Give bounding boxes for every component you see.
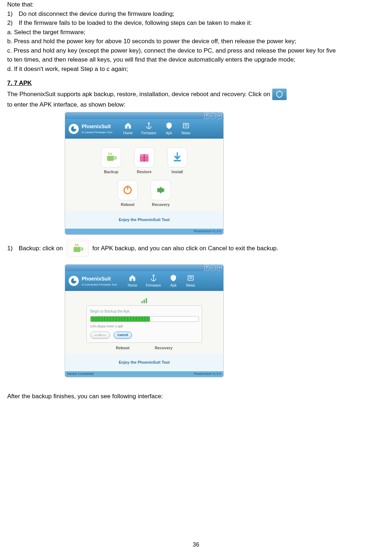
minimize-icon[interactable]: –	[211, 113, 216, 119]
note-item-1: Do not disconnect the device during the …	[19, 9, 174, 19]
nav-news[interactable]: News	[186, 274, 195, 288]
backup-cup-icon	[67, 240, 89, 257]
close-icon[interactable]: ×	[217, 265, 222, 271]
apk-main-screenshot: ? – × PhoenixSuit A Careful Firmware Too…	[65, 112, 224, 235]
svg-point-0	[148, 123, 150, 124]
nav-apk[interactable]: Apk	[169, 274, 177, 288]
enjoy-banner: Enjoy the PhoenixSuit Tool	[65, 354, 223, 371]
app-subtitle: A Connected Firmware Tool	[82, 283, 117, 287]
news-icon	[187, 274, 195, 282]
svg-point-7	[153, 275, 154, 276]
signal-icon	[141, 298, 147, 303]
note-intro: Note that:	[7, 0, 385, 9]
download-icon	[167, 147, 187, 167]
svg-rect-4	[144, 154, 145, 162]
reboot-button[interactable]: Reboot	[118, 180, 138, 208]
backup-line-before: Backup: click on	[19, 244, 63, 253]
app-logo	[69, 276, 79, 286]
progress-filename: com.skype.rover-1.apk	[90, 324, 198, 329]
shield-icon	[165, 122, 173, 130]
recovery-label: Recovery	[152, 202, 170, 208]
reboot-label: Reboot	[121, 202, 135, 208]
progress-title: Begin to Backup the Apk.	[90, 309, 198, 314]
recovery-label[interactable]: Recovery	[155, 345, 173, 351]
news-icon	[182, 122, 190, 130]
note-step-a: a. Select the target firmware;	[7, 28, 385, 37]
enjoy-banner: Enjoy the PhoenixSuit Tool	[65, 211, 223, 229]
anchor-icon	[150, 274, 158, 282]
recovery-button[interactable]: Recovery	[151, 180, 171, 208]
nav-home[interactable]: Home	[123, 122, 133, 136]
nav-news-label: News	[182, 130, 191, 136]
backup-label: Backup	[104, 169, 118, 175]
nav-firmware-label: Firmware	[146, 283, 161, 288]
app-logo	[69, 124, 79, 134]
restore-label: Restore	[137, 169, 152, 175]
nav-apk-label: Apk	[166, 130, 172, 136]
note-step-c: c. Press and hold any key (except the po…	[7, 46, 342, 64]
progress-bar	[90, 316, 199, 322]
reboot-label[interactable]: Reboot	[116, 345, 129, 351]
gift-icon	[134, 147, 154, 167]
status-label: Device Connected	[67, 372, 94, 377]
app-subtitle: A Careful Firmware Tool	[82, 130, 112, 135]
home-icon	[124, 122, 132, 130]
section-text-after: to enter the APK interface, as shown bel…	[7, 100, 126, 109]
backup-progress-panel: Begin to Backup the Apk. com.skype.rover…	[86, 305, 202, 343]
version-label: PhoenixSuit V1.0.0	[193, 229, 221, 234]
app-title: PhoenixSuit	[82, 123, 112, 130]
nav-news-label: News	[186, 283, 195, 288]
close-icon[interactable]: ×	[217, 113, 222, 119]
note-num-1: 1)	[7, 9, 19, 19]
minimize-icon[interactable]: –	[211, 265, 216, 271]
after-backup-text: After the backup finishes, you can see f…	[7, 392, 385, 401]
note-item-2: If the firmware fails to be loaded to th…	[19, 18, 252, 28]
shield-icon	[169, 274, 177, 282]
note-step-b: b. Press and hold the power key for abov…	[7, 37, 338, 46]
nav-firmware[interactable]: Firmware	[146, 274, 161, 288]
nav-news[interactable]: News	[182, 122, 191, 136]
backup-button[interactable]: Backup	[101, 147, 121, 175]
backup-progress-screenshot: ? – × PhoenixSuit A Connected Firmware T…	[65, 264, 224, 377]
install-label: Install	[172, 169, 183, 175]
svg-rect-5	[174, 160, 181, 161]
backup-line-num: 1)	[7, 244, 19, 253]
section-text-before: The PhonenixSuit supports apk backup, re…	[7, 90, 270, 99]
page-number: 36	[0, 540, 392, 549]
nav-firmware[interactable]: Firmware	[141, 122, 156, 136]
apk-icon	[272, 89, 287, 100]
section-title: 7. 7 APK	[7, 78, 385, 88]
nav-apk-label: Apk	[170, 283, 177, 288]
version-label: PhoenixSuit V1.0.0	[193, 372, 221, 377]
install-button[interactable]: Install	[167, 147, 187, 175]
progress-count-button[interactable]: –––/–––	[90, 332, 110, 339]
note-step-d: d. If it doesn't work, repeat Step a to …	[7, 64, 385, 74]
restore-button[interactable]: Restore	[134, 147, 154, 175]
recovery-icon	[151, 180, 171, 200]
help-icon[interactable]: ?	[204, 113, 209, 119]
nav-home-label: Home	[128, 283, 137, 288]
home-icon	[128, 274, 136, 282]
cup-icon	[101, 147, 121, 167]
backup-line-after: for APK backup, and you can also click o…	[92, 244, 278, 253]
note-num-2: 2)	[7, 18, 19, 28]
reboot-icon	[118, 180, 138, 200]
nav-home[interactable]: Home	[128, 274, 137, 288]
nav-apk[interactable]: Apk	[165, 122, 173, 136]
anchor-icon	[145, 122, 153, 130]
nav-home-label: Home	[123, 130, 133, 136]
app-title: PhoenixSuit	[82, 275, 117, 283]
help-icon[interactable]: ?	[204, 265, 209, 271]
cancel-button[interactable]: Cancel	[114, 332, 132, 339]
nav-firmware-label: Firmware	[141, 130, 156, 136]
